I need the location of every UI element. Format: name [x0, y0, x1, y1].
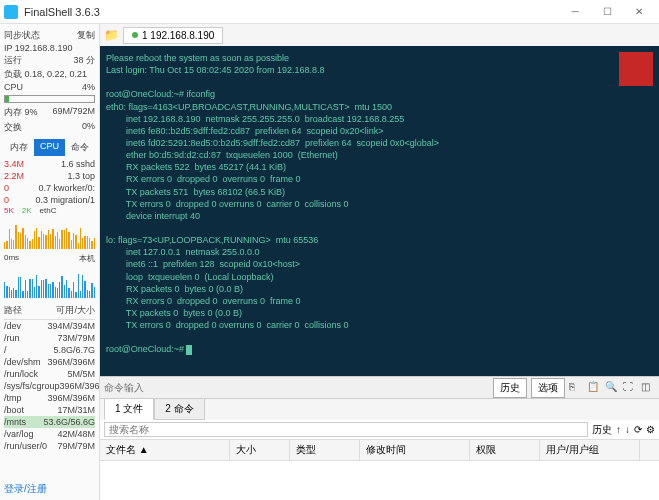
minimize-button[interactable]: ─ — [559, 0, 591, 24]
gear-icon[interactable]: ⚙ — [646, 424, 655, 435]
command-input[interactable] — [104, 382, 489, 393]
disk-row[interactable]: /run/user/079M/79M — [4, 440, 95, 452]
process-row[interactable]: 00.7 kworker/0: — [4, 182, 95, 194]
disk-row[interactable]: /5.8G/6.7G — [4, 344, 95, 356]
file-list[interactable]: 文件名 ▲ 大小 类型 修改时间 权限 用户/用户组 — [100, 440, 659, 500]
terminal[interactable]: Please reboot the system as soon as poss… — [100, 46, 659, 376]
status-dot-icon — [132, 32, 138, 38]
disk-row[interactable]: /dev/shm396M/396M — [4, 356, 95, 368]
login-link[interactable]: 登录/注册 — [4, 482, 47, 496]
copy-button[interactable]: 复制 — [77, 29, 95, 42]
app-icon — [4, 5, 18, 19]
process-row[interactable]: 00.3 migration/1 — [4, 194, 95, 206]
history-button[interactable]: 历史 — [493, 378, 527, 398]
cpu-bar — [4, 95, 95, 103]
cursor — [186, 345, 192, 355]
tab-files[interactable]: 1 文件 — [104, 398, 154, 420]
path-input[interactable] — [104, 422, 588, 437]
col-name[interactable]: 文件名 ▲ — [100, 440, 230, 460]
disk-row[interactable]: /boot17M/31M — [4, 404, 95, 416]
process-row[interactable]: 3.4M1.6 sshd — [4, 158, 95, 170]
disk-row[interactable]: /run/lock5M/5M — [4, 368, 95, 380]
ip-label: IP 192.168.8.190 — [4, 43, 95, 53]
disk-row[interactable]: /tmp396M/396M — [4, 392, 95, 404]
maximize-button[interactable]: ☐ — [591, 0, 623, 24]
col-mtime[interactable]: 修改时间 — [360, 440, 470, 460]
disk-row[interactable]: /sys/fs/cgroup396M/396M — [4, 380, 95, 392]
split-icon[interactable]: ◫ — [641, 381, 655, 395]
window-title: FinalShell 3.6.3 — [24, 6, 559, 18]
down-icon[interactable]: ↓ — [625, 424, 630, 435]
disk-row[interactable]: /var/log42M/48M — [4, 428, 95, 440]
disk-row[interactable]: /mnts53.6G/56.6G — [4, 416, 95, 428]
tab-cpu[interactable]: CPU — [34, 139, 65, 156]
uptime-label: 运行 — [4, 54, 22, 67]
tab-memory[interactable]: 内存 — [4, 139, 34, 156]
copy-icon[interactable]: ⎘ — [569, 381, 583, 395]
expand-icon[interactable]: ⛶ — [623, 381, 637, 395]
net-chart — [4, 219, 95, 249]
latency-chart — [4, 268, 95, 298]
disk-row[interactable]: /dev394M/394M — [4, 320, 95, 332]
session-tab[interactable]: 1 192.168.8.190 — [123, 27, 223, 44]
load-label: 负载 0.18, 0.22, 0.21 — [4, 68, 95, 81]
watermark-icon — [619, 52, 653, 86]
tab-cmd[interactable]: 命令 — [65, 139, 95, 156]
options-button[interactable]: 选项 — [531, 378, 565, 398]
search-icon[interactable]: 🔍 — [605, 381, 619, 395]
col-size[interactable]: 大小 — [230, 440, 290, 460]
refresh-icon[interactable]: ⟳ — [634, 424, 642, 435]
disk-row[interactable]: /run73M/79M — [4, 332, 95, 344]
close-button[interactable]: ✕ — [623, 0, 655, 24]
process-row[interactable]: 2.2M1.3 top — [4, 170, 95, 182]
tab-commands[interactable]: 2 命令 — [154, 398, 204, 420]
sync-label: 同步状态 — [4, 29, 40, 42]
up-icon[interactable]: ↑ — [616, 424, 621, 435]
folder-icon[interactable]: 📁 — [104, 28, 119, 42]
paste-icon[interactable]: 📋 — [587, 381, 601, 395]
col-owner[interactable]: 用户/用户组 — [540, 440, 640, 460]
col-type[interactable]: 类型 — [290, 440, 360, 460]
path-history-button[interactable]: 历史 — [592, 423, 612, 437]
col-perm[interactable]: 权限 — [470, 440, 540, 460]
